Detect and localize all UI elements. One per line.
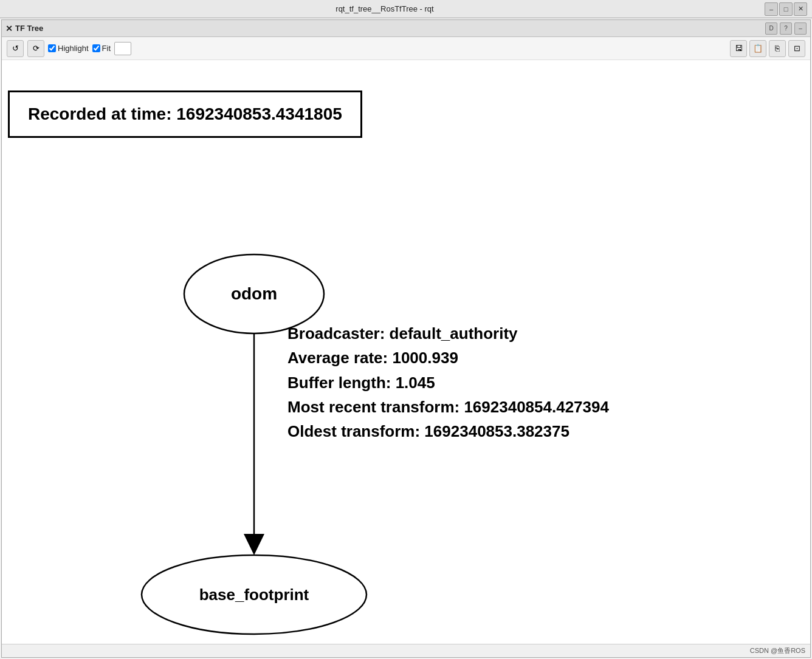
status-bar: CSDN @鱼香ROS bbox=[2, 644, 810, 657]
maximize-button[interactable]: □ bbox=[779, 2, 793, 16]
reset-button[interactable]: ↺ bbox=[7, 40, 24, 57]
info-block: Broadcaster: default_authority Average r… bbox=[287, 321, 609, 443]
toolbar-right: 🖫 📋 ⎘ ⊡ bbox=[730, 40, 805, 57]
color-swatch[interactable] bbox=[114, 42, 131, 55]
toolbar: ↺ ⟳ Highlight Fit 🖫 📋 ⎘ ⊡ bbox=[2, 37, 810, 60]
title-bar-text: rqt_tf_tree__RosTfTree - rqt bbox=[5, 4, 765, 13]
zoom-icon: ⊡ bbox=[794, 44, 800, 53]
close-button[interactable]: ✕ bbox=[794, 2, 807, 16]
highlight-text: Highlight bbox=[58, 44, 89, 53]
broadcaster-text: Broadcaster: default_authority bbox=[287, 321, 609, 346]
export-button[interactable]: 📋 bbox=[749, 40, 766, 57]
window-title-bar: ✕ TF Tree D ? – bbox=[2, 20, 810, 37]
buffer-length-text: Buffer length: 1.045 bbox=[287, 370, 609, 395]
canvas-area[interactable]: Recorded at time: 1692340853.4341805 odo… bbox=[2, 60, 810, 644]
most-recent-text: Most recent transform: 1692340854.427394 bbox=[287, 395, 609, 419]
oldest-text: Oldest transform: 1692340853.382375 bbox=[287, 419, 609, 443]
window-title-right: D ? – bbox=[765, 22, 807, 35]
close-x-icon[interactable]: ✕ bbox=[5, 24, 13, 33]
recorded-time-text: Recorded at time: 1692340853.4341805 bbox=[28, 104, 342, 123]
copy-icon: ⎘ bbox=[775, 44, 780, 53]
d-button[interactable]: D bbox=[765, 22, 777, 35]
title-bar: rqt_tf_tree__RosTfTree - rqt – □ ✕ bbox=[0, 0, 812, 18]
fit-label[interactable]: Fit bbox=[92, 44, 111, 53]
time-box: Recorded at time: 1692340853.4341805 bbox=[8, 90, 362, 138]
window-close-button[interactable]: – bbox=[794, 22, 807, 35]
zoom-button[interactable]: ⊡ bbox=[788, 40, 805, 57]
save-icon: 🖫 bbox=[735, 44, 743, 53]
app-window: ✕ TF Tree D ? – ↺ ⟳ Highlight Fit 🖫 bbox=[1, 19, 811, 658]
arrow-head bbox=[244, 534, 264, 555]
reset-icon: ↺ bbox=[12, 44, 19, 53]
fit-text: Fit bbox=[102, 44, 111, 53]
minimize-button[interactable]: – bbox=[765, 2, 778, 16]
refresh-icon: ⟳ bbox=[33, 44, 40, 53]
save-button[interactable]: 🖫 bbox=[730, 40, 747, 57]
help-button[interactable]: ? bbox=[780, 22, 792, 35]
title-bar-controls: – □ ✕ bbox=[765, 2, 807, 16]
average-rate-text: Average rate: 1000.939 bbox=[287, 346, 609, 370]
highlight-label[interactable]: Highlight bbox=[48, 44, 89, 53]
window-title-text: TF Tree bbox=[15, 24, 43, 33]
export-icon: 📋 bbox=[753, 44, 763, 53]
fit-checkbox[interactable] bbox=[92, 44, 100, 52]
highlight-checkbox[interactable] bbox=[48, 44, 56, 52]
base-footprint-node-label: base_footprint bbox=[199, 586, 309, 604]
status-text: CSDN @鱼香ROS bbox=[750, 646, 805, 655]
odom-node-label: odom bbox=[231, 284, 277, 303]
refresh-button[interactable]: ⟳ bbox=[27, 40, 44, 57]
window-title-left: ✕ TF Tree bbox=[5, 24, 43, 33]
copy-button[interactable]: ⎘ bbox=[769, 40, 786, 57]
